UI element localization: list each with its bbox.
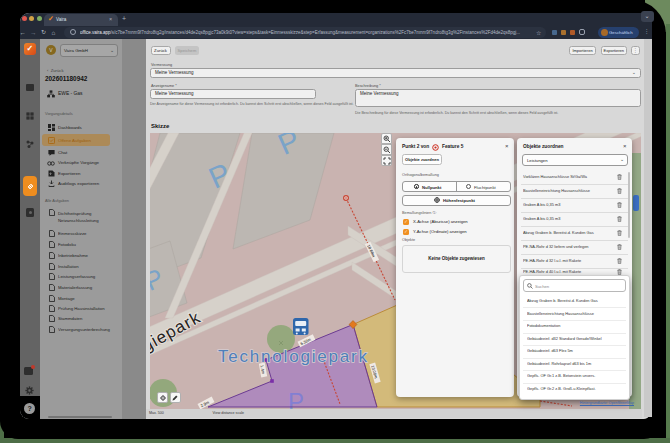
svg-text:Technologiepark: Technologiepark bbox=[218, 347, 369, 366]
